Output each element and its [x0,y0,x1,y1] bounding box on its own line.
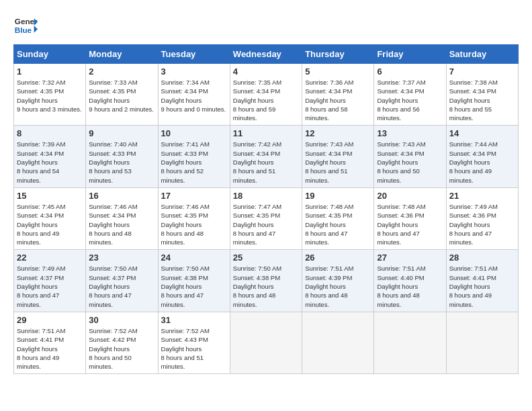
day-info: Sunrise: 7:51 AMSunset: 4:41 PMDaylight … [449,264,515,308]
calendar-cell: 9Sunrise: 7:40 AMSunset: 4:33 PMDaylight… [86,126,158,187]
weekday-header-sunday: Sunday [14,45,86,64]
day-info: Sunrise: 7:43 AMSunset: 4:34 PMDaylight … [305,140,371,184]
day-info: Sunrise: 7:51 AMSunset: 4:41 PMDaylight … [17,326,83,371]
calendar-cell: 14Sunrise: 7:44 AMSunset: 4:34 PMDayligh… [446,126,518,187]
weekday-header-saturday: Saturday [446,45,518,64]
day-number: 3 [161,66,227,77]
day-info: Sunrise: 7:43 AMSunset: 4:34 PMDaylight … [377,140,443,184]
calendar-cell: 17Sunrise: 7:46 AMSunset: 4:35 PMDayligh… [158,187,230,249]
day-number: 28 [449,253,515,263]
weekday-header-row: SundayMondayTuesdayWednesdayThursdayFrid… [14,45,519,64]
day-number: 30 [89,315,154,325]
day-info: Sunrise: 7:49 AMSunset: 4:36 PMDaylight … [449,202,515,246]
calendar-cell: 23Sunrise: 7:50 AMSunset: 4:37 PMDayligh… [86,250,158,312]
calendar-cell: 8Sunrise: 7:39 AMSunset: 4:34 PMDaylight… [14,126,86,187]
calendar-cell: 6Sunrise: 7:37 AMSunset: 4:34 PMDaylight… [374,64,446,126]
day-number: 12 [305,128,371,138]
day-number: 25 [233,253,299,263]
day-number: 18 [233,191,299,201]
day-info: Sunrise: 7:47 AMSunset: 4:35 PMDaylight … [233,202,299,246]
calendar-cell: 27Sunrise: 7:51 AMSunset: 4:40 PMDayligh… [374,250,446,312]
calendar-cell: 29Sunrise: 7:51 AMSunset: 4:41 PMDayligh… [14,312,86,373]
day-info: Sunrise: 7:32 AMSunset: 4:35 PMDaylight … [17,78,83,113]
calendar-cell: 10Sunrise: 7:41 AMSunset: 4:33 PMDayligh… [158,126,230,187]
day-number: 11 [233,128,299,138]
day-info: Sunrise: 7:35 AMSunset: 4:34 PMDaylight … [233,78,299,122]
calendar-cell: 31Sunrise: 7:52 AMSunset: 4:43 PMDayligh… [158,312,230,373]
day-info: Sunrise: 7:46 AMSunset: 4:34 PMDaylight … [89,202,154,246]
day-number: 6 [377,66,443,77]
svg-text:Blue: Blue [15,26,32,34]
calendar-week-5: 29Sunrise: 7:51 AMSunset: 4:41 PMDayligh… [14,312,519,373]
calendar-cell: 21Sunrise: 7:49 AMSunset: 4:36 PMDayligh… [446,187,518,249]
calendar-cell [230,312,302,373]
day-info: Sunrise: 7:34 AMSunset: 4:34 PMDaylight … [161,78,227,113]
calendar-cell: 5Sunrise: 7:36 AMSunset: 4:34 PMDaylight… [302,64,374,126]
day-info: Sunrise: 7:48 AMSunset: 4:36 PMDaylight … [377,202,443,246]
calendar-cell: 19Sunrise: 7:48 AMSunset: 4:35 PMDayligh… [302,187,374,249]
calendar-cell: 3Sunrise: 7:34 AMSunset: 4:34 PMDaylight… [158,64,230,126]
day-number: 22 [17,253,83,263]
day-number: 15 [17,191,83,201]
calendar-cell: 22Sunrise: 7:49 AMSunset: 4:37 PMDayligh… [14,250,86,312]
calendar-cell: 7Sunrise: 7:38 AMSunset: 4:34 PMDaylight… [446,64,518,126]
calendar-cell [446,312,518,373]
day-number: 24 [161,253,227,263]
calendar-week-2: 8Sunrise: 7:39 AMSunset: 4:34 PMDaylight… [14,126,519,187]
weekday-header-wednesday: Wednesday [230,45,302,64]
day-info: Sunrise: 7:48 AMSunset: 4:35 PMDaylight … [305,202,371,246]
calendar-cell: 25Sunrise: 7:50 AMSunset: 4:38 PMDayligh… [230,250,302,312]
day-info: Sunrise: 7:42 AMSunset: 4:34 PMDaylight … [233,140,299,184]
calendar-cell: 11Sunrise: 7:42 AMSunset: 4:34 PMDayligh… [230,126,302,187]
day-number: 23 [89,253,154,263]
day-info: Sunrise: 7:50 AMSunset: 4:38 PMDaylight … [161,264,227,308]
day-number: 27 [377,253,443,263]
day-info: Sunrise: 7:52 AMSunset: 4:43 PMDaylight … [161,326,227,371]
day-info: Sunrise: 7:38 AMSunset: 4:34 PMDaylight … [449,78,515,122]
day-info: Sunrise: 7:50 AMSunset: 4:37 PMDaylight … [89,264,154,308]
day-number: 21 [449,191,515,201]
day-info: Sunrise: 7:37 AMSunset: 4:34 PMDaylight … [377,78,443,122]
calendar-cell: 24Sunrise: 7:50 AMSunset: 4:38 PMDayligh… [158,250,230,312]
day-info: Sunrise: 7:41 AMSunset: 4:33 PMDaylight … [161,140,227,184]
day-info: Sunrise: 7:52 AMSunset: 4:42 PMDaylight … [89,326,154,371]
logo: General Blue [13,13,38,38]
day-number: 1 [17,66,83,77]
calendar-cell [374,312,446,373]
day-info: Sunrise: 7:36 AMSunset: 4:34 PMDaylight … [305,78,371,122]
day-number: 10 [161,128,227,138]
day-number: 26 [305,253,371,263]
day-number: 17 [161,191,227,201]
day-number: 19 [305,191,371,201]
day-number: 2 [89,66,154,77]
calendar-cell: 4Sunrise: 7:35 AMSunset: 4:34 PMDaylight… [230,64,302,126]
day-info: Sunrise: 7:51 AMSunset: 4:40 PMDaylight … [377,264,443,308]
calendar-cell: 16Sunrise: 7:46 AMSunset: 4:34 PMDayligh… [86,187,158,249]
calendar-cell: 20Sunrise: 7:48 AMSunset: 4:36 PMDayligh… [374,187,446,249]
calendar-cell: 26Sunrise: 7:51 AMSunset: 4:39 PMDayligh… [302,250,374,312]
day-number: 31 [161,315,227,325]
calendar-week-4: 22Sunrise: 7:49 AMSunset: 4:37 PMDayligh… [14,250,519,312]
day-number: 8 [17,128,83,138]
weekday-header-monday: Monday [86,45,158,64]
calendar-cell: 13Sunrise: 7:43 AMSunset: 4:34 PMDayligh… [374,126,446,187]
day-number: 7 [449,66,515,77]
day-number: 20 [377,191,443,201]
calendar-cell: 15Sunrise: 7:45 AMSunset: 4:34 PMDayligh… [14,187,86,249]
calendar-week-3: 15Sunrise: 7:45 AMSunset: 4:34 PMDayligh… [14,187,519,249]
calendar-cell: 2Sunrise: 7:33 AMSunset: 4:35 PMDaylight… [86,64,158,126]
calendar-cell: 1Sunrise: 7:32 AMSunset: 4:35 PMDaylight… [14,64,86,126]
calendar-week-1: 1Sunrise: 7:32 AMSunset: 4:35 PMDaylight… [14,64,519,126]
calendar-table: SundayMondayTuesdayWednesdayThursdayFrid… [13,44,519,374]
calendar-cell [302,312,374,373]
day-info: Sunrise: 7:46 AMSunset: 4:35 PMDaylight … [161,202,227,246]
day-info: Sunrise: 7:33 AMSunset: 4:35 PMDaylight … [89,78,154,113]
day-number: 4 [233,66,299,77]
logo-icon: General Blue [13,13,38,38]
calendar-cell: 30Sunrise: 7:52 AMSunset: 4:42 PMDayligh… [86,312,158,373]
day-number: 16 [89,191,154,201]
day-number: 13 [377,128,443,138]
day-info: Sunrise: 7:49 AMSunset: 4:37 PMDaylight … [17,264,83,308]
day-number: 9 [89,128,154,138]
calendar-cell: 12Sunrise: 7:43 AMSunset: 4:34 PMDayligh… [302,126,374,187]
